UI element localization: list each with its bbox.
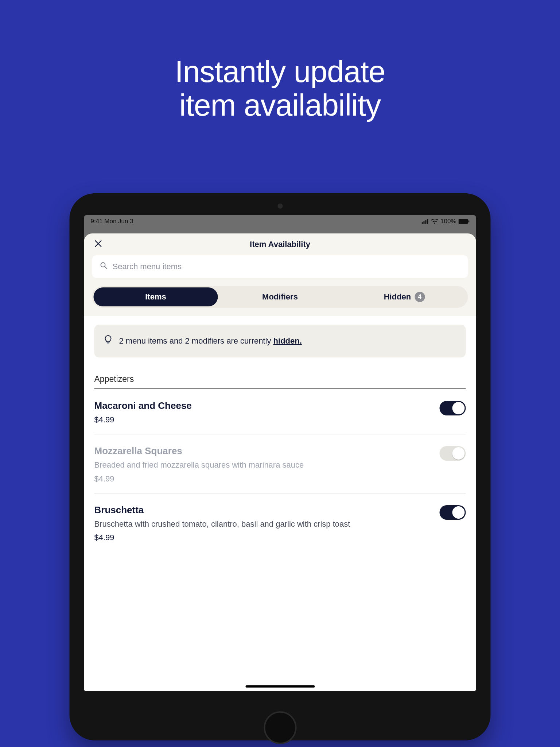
svg-line-7 [105,267,107,269]
marketing-headline: Instantly update item availability [0,55,560,122]
headline-line-1: Instantly update [0,55,560,88]
menu-item-text: BruschettaBruschetta with crushed tomato… [94,504,429,543]
menu-item-name: Macaroni and Cheese [94,400,429,411]
menu-item-name: Mozzarella Squares [94,445,429,457]
banner-text: 2 menu items and 2 modifiers are current… [119,336,302,346]
lightbulb-icon [104,335,113,347]
status-bar: 9:41 Mon Jun 3 100% [84,215,476,228]
banner-hidden-link[interactable]: hidden. [273,336,302,345]
menu-item-desc: Breaded and fried mozzarella squares wit… [94,460,429,471]
wifi-icon [431,219,438,224]
hidden-count-badge: 4 [415,292,425,302]
menu-item-text: Macaroni and Cheese$4.99 [94,400,429,425]
menu-item: Macaroni and Cheese$4.99 [94,389,466,434]
search-input[interactable] [113,262,460,271]
sheet-header: Item Availability [84,233,476,255]
tablet-frame: 9:41 Mon Jun 3 100% [70,193,491,740]
svg-rect-1 [423,221,424,224]
menu-item: Mozzarella SquaresBreaded and fried mozz… [94,434,466,494]
banner-text-before: 2 menu items and 2 modifiers are current… [119,336,273,345]
item-availability-sheet: Item Availability Items Modifiers [84,233,476,691]
toggle-knob [452,402,465,414]
tab-hidden[interactable]: Hidden 4 [342,287,467,306]
toggle-knob [452,506,465,519]
svg-rect-4 [459,219,468,224]
headline-line-2: item availability [0,88,560,122]
tablet-camera [277,204,283,209]
sheet-title: Item Availability [250,240,310,249]
battery-icon [459,219,470,224]
tablet-screen: 9:41 Mon Jun 3 100% [84,215,476,691]
menu-item-name: Bruschetta [94,504,429,516]
hidden-items-banner: 2 menu items and 2 modifiers are current… [94,325,466,357]
status-bar-right: 100% [421,218,469,225]
search-box[interactable] [92,255,468,278]
menu-item-text: Mozzarella SquaresBreaded and fried mozz… [94,445,429,484]
search-icon [100,262,108,271]
svg-point-6 [101,263,105,267]
status-bar-left: 9:41 Mon Jun 3 [91,218,133,225]
svg-rect-0 [421,222,423,224]
home-indicator [245,685,315,688]
menu-item-price: $4.99 [94,415,429,425]
content-area: 2 menu items and 2 modifiers are current… [84,316,476,691]
menu-item-price: $4.99 [94,533,429,542]
close-button[interactable] [93,239,104,250]
svg-rect-5 [468,220,470,222]
svg-rect-2 [425,220,426,224]
menu-item-price: $4.99 [94,474,429,484]
status-date: Mon Jun 3 [104,218,133,225]
svg-rect-3 [427,219,428,224]
tab-items-label: Items [145,292,166,302]
status-time: 9:41 [91,218,103,225]
menu-item: BruschettaBruschetta with crushed tomato… [94,494,466,552]
availability-toggle[interactable] [440,446,466,461]
tab-modifiers[interactable]: Modifiers [218,287,342,306]
close-icon [95,240,102,248]
toggle-knob [452,447,465,460]
tablet-home-button[interactable] [264,711,296,744]
tab-items[interactable]: Items [94,287,218,306]
tab-modifiers-label: Modifiers [262,292,298,302]
section-title-appetizers: Appetizers [94,374,466,389]
menu-item-desc: Bruschetta with crushed tomato, cilantro… [94,519,429,530]
menu-list: Macaroni and Cheese$4.99Mozzarella Squar… [94,389,466,552]
availability-toggle[interactable] [440,401,466,415]
tabs: Items Modifiers Hidden 4 [92,286,468,308]
availability-toggle[interactable] [440,505,466,520]
battery-percent: 100% [440,218,456,225]
cellular-icon [421,219,429,224]
tab-hidden-label: Hidden [384,292,411,302]
